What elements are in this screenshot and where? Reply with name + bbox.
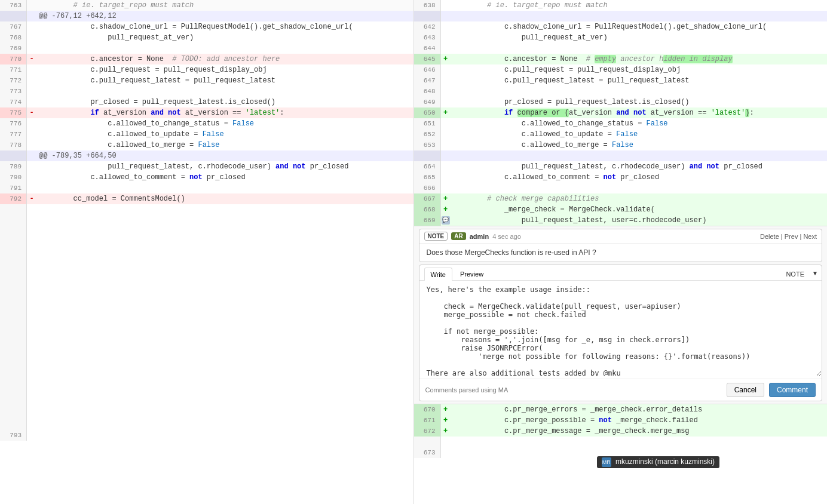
diff-sign — [27, 0, 36, 11]
diff-code — [36, 290, 414, 301]
comment-block: NOTE AR admin 4 sec ago Delete | Prev | … — [419, 229, 823, 262]
diff-code: pull_request_latest, c.rhodecode_user) a… — [451, 161, 828, 172]
table-row: 672 + c.pr_merge_message = _merge_check.… — [414, 426, 828, 437]
line-number — [0, 322, 27, 333]
comment-button[interactable]: Comment — [769, 383, 816, 397]
line-number: 642 — [414, 21, 441, 32]
diff-sign: + — [441, 415, 451, 426]
mention-username: mkuzminski (marcin kuzminski) — [615, 457, 715, 466]
comment-header: NOTE AR admin 4 sec ago Delete | Prev | … — [419, 229, 822, 244]
diff-sign — [27, 430, 36, 441]
diff-sign: + — [441, 193, 451, 204]
line-number: 647 — [414, 75, 441, 86]
line-number — [0, 376, 27, 387]
line-number: 777 — [0, 129, 27, 140]
line-number — [0, 150, 27, 161]
table-row — [0, 312, 414, 322]
diff-code — [36, 322, 414, 333]
mention-avatar: MR — [602, 457, 611, 467]
diff-sign — [441, 32, 451, 43]
prev-action[interactable]: Prev — [785, 233, 798, 240]
line-number — [0, 236, 27, 247]
diff-code — [36, 215, 414, 226]
table-row: 646 c.pull_request = pull_request_displa… — [414, 64, 828, 75]
diff-sign — [441, 129, 451, 140]
line-number: 792 — [0, 193, 27, 204]
diff-code: if compare or (at_version and not at_ver… — [451, 107, 828, 118]
diff-sign — [441, 0, 451, 11]
footer-text: Comments parsed using MA — [425, 386, 509, 394]
table-row: 648 — [414, 86, 828, 97]
mention-dropdown[interactable]: MR mkuzminski (marcin kuzminski) — [597, 456, 719, 468]
diff-code: c.pull_request_latest = pull_request_lat… — [451, 75, 828, 86]
delete-action[interactable]: Delete — [760, 233, 779, 240]
table-row: 649 pr_closed = pull_request_latest.is_c… — [414, 97, 828, 107]
table-row — [0, 322, 414, 333]
diff-code: if at_version and not at_version == 'lat… — [36, 107, 414, 118]
table-row: 775 - if at_version and not at_version =… — [0, 107, 414, 118]
diff-code: pr_closed = pull_request_latest.is_close… — [36, 97, 414, 107]
cancel-button[interactable]: Cancel — [727, 383, 764, 397]
line-number — [0, 258, 27, 269]
line-number: 791 — [0, 183, 27, 193]
table-row: 668 + _merge_check = MergeCheck.validate… — [414, 204, 828, 215]
table-row: 665 c.allowed_to_comment = not pr_closed — [414, 172, 828, 183]
tab-preview[interactable]: Preview — [454, 268, 490, 280]
table-row: 793 — [0, 430, 414, 441]
diff-code — [36, 430, 414, 441]
reply-editor: Write Preview NOTE ▼ Yes, here's the exa… — [419, 265, 823, 401]
table-row: 652 c.allowed_to_update = False — [414, 129, 828, 140]
diff-code: pr_closed = pull_request_latest.is_close… — [451, 97, 828, 107]
note-dropdown-icon[interactable]: ▼ — [813, 271, 817, 277]
diff-sign — [27, 86, 36, 97]
table-row — [0, 365, 414, 376]
diff-sign — [441, 140, 451, 150]
table-row — [0, 355, 414, 365]
table-row — [0, 387, 414, 398]
diff-sign — [27, 419, 36, 430]
table-row: 770 - c.ancestor = None # TODO: add ance… — [0, 54, 414, 64]
diff-code: @@ -789,35 +664,50 — [36, 150, 414, 161]
diff-code: c.allowed_to_comment = not pr_closed — [36, 172, 414, 183]
diff-code: c.allowed_to_update = False — [451, 129, 828, 140]
table-row: 644 — [414, 43, 828, 54]
comment-area: NOTE AR admin 4 sec ago Delete | Prev | … — [414, 226, 828, 404]
line-number: 790 — [0, 172, 27, 183]
comment-trigger-icon[interactable]: 💬 — [442, 216, 450, 225]
diff-sign: + — [441, 426, 451, 437]
table-row — [0, 226, 414, 236]
line-number: 638 — [414, 0, 441, 11]
comment-author: admin — [470, 233, 489, 240]
diff-sign — [27, 32, 36, 43]
table-row: 651 c.allowed_to_change_status = False — [414, 118, 828, 129]
next-action[interactable]: Next — [803, 233, 817, 240]
diff-sign — [441, 150, 451, 161]
table-row: 650 + if compare or (at_version and not … — [414, 107, 828, 118]
diff-code: pull_request_latest, user=c.rhodecode_us… — [451, 215, 828, 226]
diff-sign — [27, 226, 36, 236]
line-number: 776 — [0, 118, 27, 129]
diff-code — [36, 376, 414, 387]
table-row: 792 - cc_model = CommentsModel() — [0, 193, 414, 204]
reply-textarea[interactable]: Yes, here's the example usage inside:: c… — [419, 281, 822, 376]
diff-sign — [27, 161, 36, 172]
line-number: 650 — [414, 107, 441, 118]
diff-sign — [27, 118, 36, 129]
diff-code — [36, 333, 414, 344]
tab-write[interactable]: Write — [424, 268, 452, 281]
diff-sign — [27, 387, 36, 398]
diff-code — [36, 355, 414, 365]
diff-code: c.allowed_to_merge = False — [451, 140, 828, 150]
diff-header-row — [414, 11, 828, 21]
diff-sign: + — [441, 54, 451, 64]
diff-sign: - — [27, 193, 36, 204]
line-number — [0, 226, 27, 236]
diff-code — [36, 419, 414, 430]
diff-code: _merge_check = MergeCheck.validate( — [451, 204, 828, 215]
table-row: 771 c.pull_request = pull_request_displa… — [0, 64, 414, 75]
table-row: 773 — [0, 86, 414, 97]
diff-header-row — [414, 150, 828, 161]
comment-time: 4 sec ago — [492, 233, 521, 240]
line-number — [0, 365, 27, 376]
diff-code — [36, 269, 414, 279]
